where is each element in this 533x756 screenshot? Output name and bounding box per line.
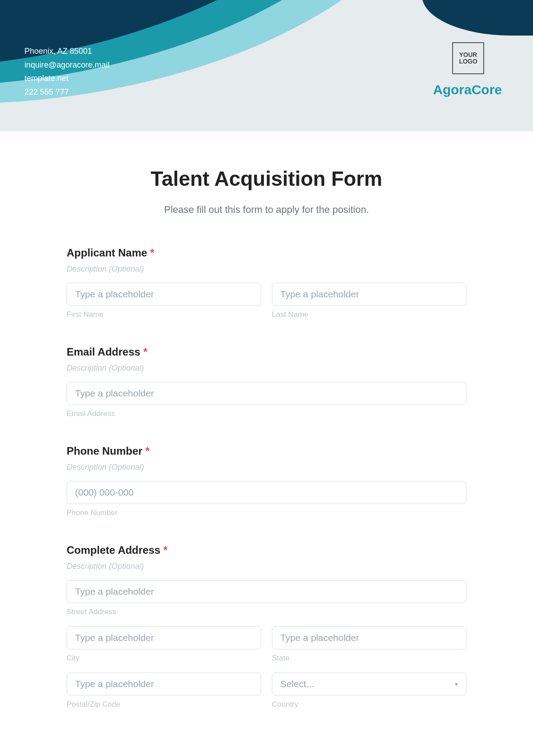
field-applicant-name: Applicant Name * Description (Optional) … xyxy=(62,247,471,319)
page: Phoenix, AZ 85001 inquire@agoracore.mail… xyxy=(0,0,533,756)
state-input[interactable] xyxy=(272,626,466,649)
form-subtitle: Please fill out this form to apply for t… xyxy=(62,204,471,216)
country-select[interactable]: Select... ▾ xyxy=(272,672,466,696)
sublabel-state: State xyxy=(272,654,466,663)
street-input[interactable] xyxy=(67,580,466,603)
sublabel-postal: Postal/Zip Code xyxy=(67,700,261,709)
required-marker: * xyxy=(145,445,149,457)
field-description: Description (Optional) xyxy=(67,264,466,274)
field-email: Email Address * Description (Optional) E… xyxy=(62,346,471,418)
label-phone: Phone Number * xyxy=(67,445,466,457)
required-marker: * xyxy=(143,346,147,358)
header: Phoenix, AZ 85001 inquire@agoracore.mail… xyxy=(0,0,533,131)
form-container: Talent Acquisition Form Please fill out … xyxy=(62,131,471,709)
sublabel-email: Email Address xyxy=(67,409,466,418)
logo-placeholder: YOUR LOGO xyxy=(452,42,484,74)
required-marker: * xyxy=(150,247,154,259)
contact-website: template.net xyxy=(24,72,109,85)
label-applicant-name: Applicant Name * xyxy=(67,247,466,259)
city-input[interactable] xyxy=(67,626,261,649)
chevron-down-icon: ▾ xyxy=(455,680,458,688)
phone-input[interactable] xyxy=(67,481,466,504)
contact-phone: 222 555 777 xyxy=(24,85,109,99)
field-description: Description (Optional) xyxy=(67,463,466,472)
contact-email: inquire@agoracore.mail xyxy=(24,58,109,72)
first-name-input[interactable] xyxy=(67,283,261,306)
sublabel-first-name: First Name xyxy=(67,310,261,319)
sublabel-street: Street Address xyxy=(67,608,466,616)
last-name-input[interactable] xyxy=(272,283,466,306)
contact-address: Phoenix, AZ 85001 xyxy=(24,44,109,58)
email-input[interactable] xyxy=(67,382,466,405)
contact-block: Phoenix, AZ 85001 inquire@agoracore.mail… xyxy=(24,44,109,99)
sublabel-country: Country xyxy=(272,700,466,709)
sublabel-last-name: Last Name xyxy=(272,310,466,319)
postal-input[interactable] xyxy=(67,672,261,696)
brand-name: AgoraCore xyxy=(433,82,502,97)
label-email: Email Address * xyxy=(67,346,466,358)
label-address: Complete Address * xyxy=(67,544,466,556)
field-address: Complete Address * Description (Optional… xyxy=(62,544,471,709)
field-description: Description (Optional) xyxy=(67,562,466,571)
sublabel-phone: Phone Number xyxy=(67,508,466,517)
required-marker: * xyxy=(163,544,167,556)
sublabel-city: City xyxy=(67,654,261,663)
form-title: Talent Acquisition Form xyxy=(62,167,471,191)
field-phone: Phone Number * Description (Optional) Ph… xyxy=(62,445,471,517)
field-description: Description (Optional) xyxy=(67,364,466,373)
